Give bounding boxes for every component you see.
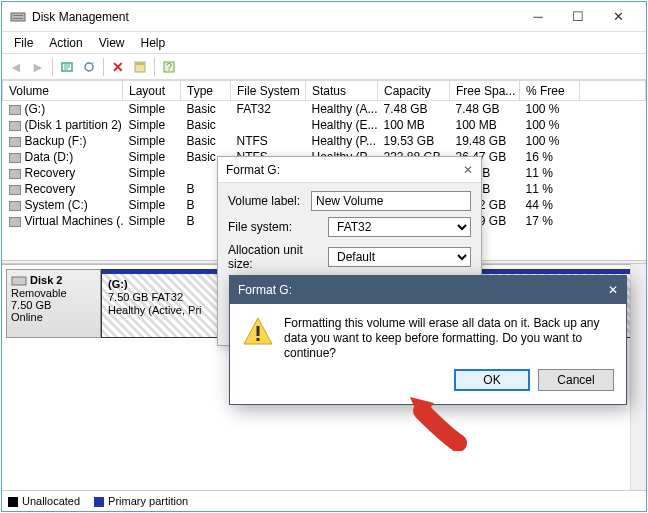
disk-label: Disk 2 — [30, 274, 62, 286]
scrollbar[interactable] — [630, 264, 646, 490]
alloc-size-select[interactable]: Default — [328, 247, 471, 267]
column-header[interactable]: Free Spa... — [450, 81, 520, 101]
filesystem-select[interactable]: FAT32 — [328, 217, 471, 237]
window-title: Disk Management — [32, 10, 518, 24]
partition-label: (G:) — [108, 278, 128, 290]
toolbar-delete-icon[interactable]: ✕ — [108, 57, 128, 77]
column-header[interactable]: Type — [181, 81, 231, 101]
format-dialog-title: Format G: — [226, 163, 463, 177]
app-icon — [10, 9, 26, 25]
filesystem-label: File system: — [228, 220, 328, 234]
menu-action[interactable]: Action — [41, 34, 90, 52]
toolbar-refresh2-icon[interactable] — [79, 57, 99, 77]
disk-kind: Removable — [11, 287, 67, 299]
column-header[interactable]: Layout — [123, 81, 181, 101]
volume-label-input[interactable] — [311, 191, 471, 211]
minimize-button[interactable]: ─ — [518, 3, 558, 31]
legend-unallocated: Unallocated — [22, 495, 80, 507]
close-icon[interactable]: ✕ — [463, 163, 473, 177]
svg-rect-2 — [13, 18, 23, 19]
legend-primary: Primary partition — [108, 495, 188, 507]
alloc-size-label: Allocation unit size: — [228, 243, 328, 271]
confirm-titlebar[interactable]: Format G: ✕ — [230, 276, 626, 304]
forward-button[interactable]: ► — [28, 57, 48, 77]
toolbar-properties-icon[interactable] — [130, 57, 150, 77]
partition-size: 7.50 GB FAT32 — [108, 291, 183, 303]
svg-rect-9 — [257, 326, 260, 336]
svg-rect-1 — [13, 15, 23, 16]
svg-rect-0 — [11, 13, 25, 21]
close-icon[interactable]: ✕ — [608, 283, 618, 297]
menu-view[interactable]: View — [91, 34, 133, 52]
legend: Unallocated Primary partition — [2, 490, 646, 511]
disk-size: 7.50 GB — [11, 299, 51, 311]
confirm-title: Format G: — [238, 283, 608, 297]
svg-text:?: ? — [166, 62, 172, 73]
toolbar-help-icon[interactable]: ? — [159, 57, 179, 77]
back-button[interactable]: ◄ — [6, 57, 26, 77]
svg-rect-8 — [12, 277, 26, 285]
table-row[interactable]: (Disk 1 partition 2)SimpleBasicHealthy (… — [3, 117, 646, 133]
menu-help[interactable]: Help — [133, 34, 174, 52]
maximize-button[interactable]: ☐ — [558, 3, 598, 31]
menubar: File Action View Help — [2, 32, 646, 54]
svg-rect-10 — [257, 338, 260, 341]
disk-status: Online — [11, 311, 43, 323]
partition-status: Healthy (Active, Pri — [108, 304, 202, 316]
column-header[interactable]: % Free — [520, 81, 580, 101]
titlebar: Disk Management ─ ☐ ✕ — [2, 2, 646, 32]
warning-icon — [242, 316, 274, 348]
ok-button[interactable]: OK — [454, 369, 530, 391]
column-header[interactable]: Status — [306, 81, 378, 101]
svg-rect-5 — [136, 63, 144, 65]
table-row[interactable]: Backup (F:)SimpleBasicNTFSHealthy (P...1… — [3, 133, 646, 149]
close-button[interactable]: ✕ — [598, 3, 638, 31]
confirm-message: Formatting this volume will erase all da… — [284, 316, 614, 361]
volume-label-label: Volume label: — [228, 194, 311, 208]
format-dialog-titlebar[interactable]: Format G: ✕ — [218, 157, 481, 183]
toolbar: ◄ ► ✕ ? — [2, 54, 646, 80]
confirm-dialog: Format G: ✕ Formatting this volume will … — [229, 275, 627, 405]
menu-file[interactable]: File — [6, 34, 41, 52]
table-row[interactable]: (G:)SimpleBasicFAT32Healthy (A...7.48 GB… — [3, 101, 646, 118]
column-header[interactable]: Volume — [3, 81, 123, 101]
svg-point-3 — [85, 63, 93, 71]
toolbar-refresh-icon[interactable] — [57, 57, 77, 77]
disk-header: Disk 2 Removable 7.50 GB Online — [6, 269, 101, 338]
column-header[interactable]: Capacity — [378, 81, 450, 101]
column-header[interactable]: File System — [231, 81, 306, 101]
cancel-button[interactable]: Cancel — [538, 369, 614, 391]
